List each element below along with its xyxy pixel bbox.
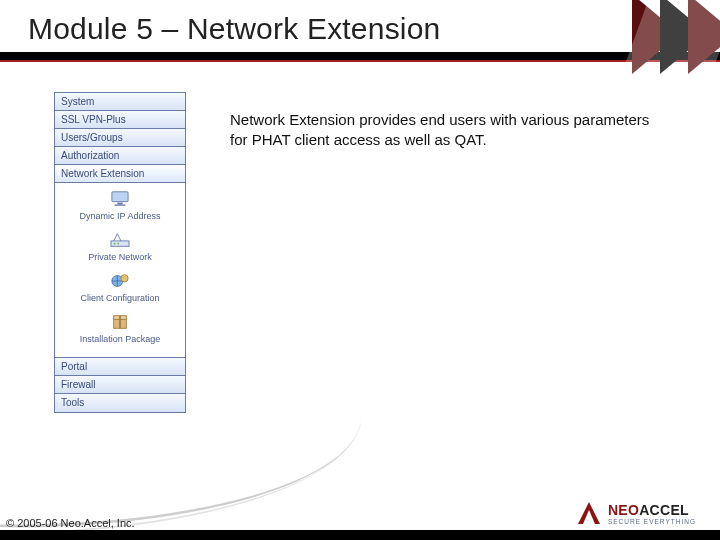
package-icon <box>109 313 131 331</box>
svg-rect-0 <box>112 192 128 202</box>
svg-rect-1 <box>117 203 122 205</box>
logo-text: NEOACCEL SECURE EVERYTHING <box>608 501 696 525</box>
sidebar-item-client-config[interactable]: Client Configuration <box>55 269 185 310</box>
sidebar-tab-firewall[interactable]: Firewall <box>55 376 185 394</box>
body-paragraph: Network Extension provides end users wit… <box>230 110 670 150</box>
sidebar-tab-sslvpnplus[interactable]: SSL VPN-Plus <box>55 111 185 129</box>
footer-stripe <box>0 530 720 540</box>
svg-point-7 <box>121 275 128 282</box>
network-icon <box>109 231 131 249</box>
svg-rect-2 <box>115 204 126 205</box>
svg-rect-3 <box>111 241 129 246</box>
sidebar-tab-network-extension[interactable]: Network Extension <box>55 165 185 183</box>
sidebar-item-label: Client Configuration <box>80 293 159 303</box>
sidebar-item-label: Dynamic IP Address <box>80 211 161 221</box>
svg-rect-10 <box>119 316 121 329</box>
sidebar-item-dynamic-ip[interactable]: Dynamic IP Address <box>55 187 185 228</box>
gear-globe-icon <box>109 272 131 290</box>
logo-word-accel: ACCEL <box>639 502 689 518</box>
sidebar-tab-authorization[interactable]: Authorization <box>55 147 185 165</box>
decorative-chevrons <box>556 0 720 74</box>
sidebar-pane: Dynamic IP Address Private Network Clien… <box>55 183 185 358</box>
sidebar-tab-system[interactable]: System <box>55 93 185 111</box>
svg-point-5 <box>117 243 119 245</box>
sidebar-item-install-package[interactable]: Installation Package <box>55 310 185 351</box>
sidebar-panel: System SSL VPN-Plus Users/Groups Authori… <box>54 92 186 413</box>
footer: © 2005-06 Neo.Accel, Inc. NEOACCEL SECUR… <box>0 508 720 540</box>
monitor-icon <box>109 190 131 208</box>
copyright-text: © 2005-06 Neo.Accel, Inc. <box>6 517 135 529</box>
logo-word-neo: NEO <box>608 502 639 518</box>
logo-mark-icon <box>576 500 602 526</box>
sidebar-item-private-network[interactable]: Private Network <box>55 228 185 269</box>
sidebar-tab-portal[interactable]: Portal <box>55 358 185 376</box>
title-bar: Module 5 – Network Extension <box>0 0 720 74</box>
sidebar-tab-users-groups[interactable]: Users/Groups <box>55 129 185 147</box>
sidebar-item-label: Private Network <box>88 252 152 262</box>
sidebar-item-label: Installation Package <box>80 334 161 344</box>
title-rule <box>0 52 720 60</box>
page-title: Module 5 – Network Extension <box>28 12 440 46</box>
brand-logo: NEOACCEL SECURE EVERYTHING <box>576 500 696 526</box>
svg-point-4 <box>114 243 116 245</box>
logo-tagline: SECURE EVERYTHING <box>608 518 696 525</box>
title-rule-accent <box>0 60 720 62</box>
